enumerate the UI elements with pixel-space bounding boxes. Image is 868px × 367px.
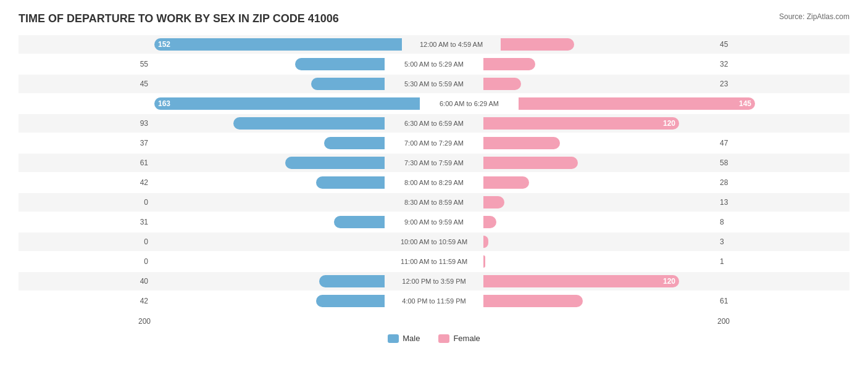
male-value-outside: 42 [140, 178, 148, 187]
bar-male-wrap [154, 58, 385, 70]
male-value-outside: 37 [140, 139, 148, 147]
bar-male-wrap [154, 78, 385, 90]
right-section: 58 [714, 159, 849, 167]
bar-female-wrap [483, 176, 714, 189]
bar-female [483, 78, 521, 90]
chart-row: 93 6:30 AM to 6:59 AM 120 [19, 114, 849, 133]
male-value-zero: 0 [144, 198, 148, 207]
bar-area: 4:00 PM to 11:59 PM [154, 295, 714, 307]
bar-area: 5:30 AM to 5:59 AM [154, 78, 714, 90]
bar-male: 163 [154, 97, 420, 110]
bar-female [501, 38, 574, 51]
right-section: 47 [714, 139, 849, 147]
bar-male-wrap [154, 236, 385, 248]
male-value-outside: 45 [140, 80, 148, 88]
time-label: 7:30 AM to 7:59 AM [385, 159, 483, 167]
bar-area: 10:00 AM to 10:59 AM [154, 236, 714, 248]
right-section: 23 [714, 80, 849, 88]
time-label: 5:30 AM to 5:59 AM [385, 80, 483, 88]
female-value-outside: 45 [720, 40, 728, 49]
chart-row: 37 7:00 AM to 7:29 AM 47 [19, 134, 849, 152]
bar-area: 8:00 AM to 8:29 AM [154, 176, 714, 189]
right-section: 1 [714, 257, 849, 266]
right-section: 61 [714, 297, 849, 305]
bar-male [295, 58, 385, 70]
time-label: 12:00 AM to 4:59 AM [402, 41, 501, 48]
legend-male-label: Male [403, 334, 420, 343]
female-value-outside: 13 [720, 198, 728, 207]
male-value-outside: 61 [140, 159, 148, 167]
time-label: 6:30 AM to 6:59 AM [385, 120, 483, 127]
bar-male-wrap [154, 295, 385, 307]
chart-row: 55 5:00 AM to 5:29 AM 32 [19, 55, 849, 73]
female-value-outside: 58 [720, 159, 728, 167]
bar-female-wrap: 120 [483, 275, 714, 287]
axis-row: 200 200 [19, 314, 849, 329]
male-value-inside: 163 [154, 99, 170, 108]
right-section: 45 [714, 40, 849, 49]
female-value-inside: 120 [663, 119, 679, 128]
bar-female [483, 58, 535, 70]
bar-area: 163 6:00 AM to 6:29 AM 145 [154, 97, 755, 110]
bar-male-wrap [154, 117, 385, 130]
bar-area: 8:30 AM to 8:59 AM [154, 196, 714, 208]
time-label: 6:00 AM to 6:29 AM [420, 100, 519, 107]
bar-male: 152 [154, 38, 402, 51]
bar-male-wrap [154, 275, 385, 287]
left-section: 0 [19, 198, 154, 207]
female-value-outside: 23 [720, 80, 728, 88]
chart-container: 152 12:00 AM to 4:59 AM 45 55 5:00 [19, 35, 849, 310]
time-label: 8:30 AM to 8:59 AM [385, 199, 483, 206]
source-label: Source: ZipAtlas.com [779, 12, 849, 21]
right-section: 13 [714, 198, 849, 207]
bar-male-wrap [154, 216, 385, 228]
bar-female-wrap [483, 295, 714, 307]
male-value-outside: 93 [140, 119, 148, 128]
bar-female [483, 236, 488, 248]
left-section: 31 [19, 218, 154, 226]
bar-female-wrap [483, 157, 714, 169]
female-value-outside: 1 [720, 257, 724, 266]
legend-female-label: Female [453, 334, 480, 343]
axis-label-left: 200 [19, 317, 154, 326]
left-section: 55 [19, 60, 154, 68]
legend: Male Female [19, 334, 849, 343]
bar-male [324, 137, 385, 149]
bar-male-wrap [154, 176, 385, 189]
bar-male [316, 295, 385, 307]
bar-female [483, 295, 583, 307]
chart-row: 0 8:30 AM to 8:59 AM 13 [19, 193, 849, 212]
female-value-outside: 32 [720, 60, 728, 68]
bar-female [483, 216, 496, 228]
chart-row: 61 7:30 AM to 7:59 AM 58 [19, 154, 849, 172]
male-value-inside: 152 [154, 40, 170, 49]
bar-female-wrap [483, 255, 714, 268]
bar-female [483, 137, 560, 149]
bar-female [483, 157, 578, 169]
female-value-outside: 47 [720, 139, 728, 147]
axis-label-right: 200 [714, 317, 849, 326]
bar-female [483, 255, 485, 268]
bar-male [233, 117, 385, 130]
male-value-outside: 42 [140, 297, 148, 305]
female-value-outside: 8 [720, 218, 724, 226]
bar-male [334, 216, 385, 228]
chart-row: 0 10:00 AM to 10:59 AM 3 [19, 233, 849, 251]
bar-female-wrap [483, 236, 714, 248]
left-section: 93 [19, 119, 154, 128]
chart-row: 45 5:30 AM to 5:59 AM 23 [19, 75, 849, 93]
chart-title: TIME OF DEPARTURE TO WORK BY SEX IN ZIP … [19, 12, 339, 25]
right-section: 32 [714, 60, 849, 68]
bar-male [311, 78, 385, 90]
bar-female-wrap: 145 [519, 97, 755, 110]
right-section: 28 [714, 178, 849, 187]
bar-female [483, 196, 504, 208]
bar-female: 120 [483, 275, 679, 287]
time-label: 12:00 PM to 3:59 PM [385, 278, 483, 285]
bar-male-wrap [154, 196, 385, 208]
left-section: 40 [19, 277, 154, 286]
left-section: 0 [19, 257, 154, 266]
legend-male-box [388, 334, 399, 343]
bar-female: 145 [519, 97, 755, 110]
bar-female: 120 [483, 117, 679, 130]
